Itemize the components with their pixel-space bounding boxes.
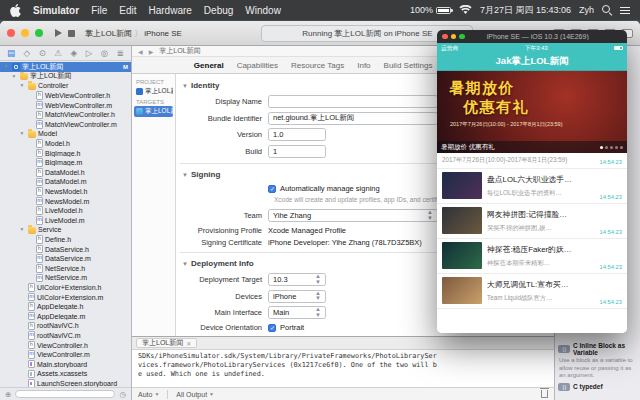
- add-icon[interactable]: ⊕: [5, 390, 11, 399]
- build-field[interactable]: 1: [268, 145, 326, 158]
- debug-navigator-icon[interactable]: ▷: [86, 48, 93, 58]
- navigator-file-row[interactable]: ViewController.m: [0, 350, 131, 360]
- navigator-file-row[interactable]: MatchViewController.m: [0, 120, 131, 130]
- settings-tab[interactable]: General: [194, 61, 224, 70]
- promo-banner[interactable]: 暑期放价 优惠有礼 2017年7月26日(10:00) - 2017年8月1日(…: [437, 71, 627, 153]
- debug-session-tab[interactable]: 掌上LOL新闻✕: [136, 338, 197, 348]
- disclosure-triangle-icon[interactable]: [19, 83, 25, 89]
- recent-files-filter-icon[interactable]: ◷: [119, 390, 126, 399]
- minimize-window-button[interactable]: [21, 29, 29, 37]
- news-list-item[interactable]: 盘点LOL六大职业选手… 每位LOL职业选手的资料… 14:54:23: [437, 169, 627, 204]
- settings-tab[interactable]: Capabilities: [237, 61, 278, 70]
- navigator-file-row[interactable]: ViewController.h: [0, 340, 131, 350]
- snippet-item[interactable]: { } C typedef: [558, 383, 637, 391]
- news-list-item[interactable]: 神探苍:稳压Faker的妖… 神探苍本期带来精彩… 14:54:23: [437, 239, 627, 274]
- version-field[interactable]: 1.0: [268, 128, 326, 141]
- navigator-file-row[interactable]: Model: [0, 129, 131, 139]
- console-scope-popup[interactable]: All Output▼: [176, 391, 214, 398]
- symbol-navigator-icon[interactable]: ◇: [24, 48, 31, 58]
- navigator-file-row[interactable]: DataModel.m: [0, 177, 131, 187]
- navigator-file-row[interactable]: DataService.m: [0, 254, 131, 264]
- clear-console-icon[interactable]: [541, 390, 548, 398]
- navigator-file-row[interactable]: DataModel.h: [0, 168, 131, 178]
- variables-scope-popup[interactable]: Auto▼: [138, 391, 159, 398]
- battery-status[interactable]: 100%: [410, 5, 451, 15]
- project-item[interactable]: 掌上LOL新闻: [134, 86, 173, 97]
- navigator-file-row[interactable]: Model.h: [0, 139, 131, 149]
- close-window-button[interactable]: [442, 34, 448, 40]
- scheme-selector[interactable]: 掌上LOL新闻〉iPhone SE: [85, 28, 182, 39]
- target-item[interactable]: 掌上LOL新闻: [134, 106, 173, 117]
- navigator-file-row[interactable]: 掌上LOL新闻 M: [0, 62, 131, 72]
- navigator-file-row[interactable]: rootNaviVC.h: [0, 321, 131, 331]
- zoom-window-button[interactable]: [35, 29, 43, 37]
- navigator-file-row[interactable]: NewsModel.h: [0, 187, 131, 197]
- settings-tab[interactable]: Resource Tags: [291, 61, 344, 70]
- navigator-file-row[interactable]: UIColor+Extension.m: [0, 292, 131, 302]
- disclosure-triangle-icon[interactable]: [19, 227, 25, 233]
- navigator-file-row[interactable]: Service: [0, 225, 131, 235]
- apple-icon[interactable]: [10, 4, 21, 17]
- navigator-file-row[interactable]: WebViewController.m: [0, 100, 131, 110]
- navigator-file-row[interactable]: WebViewController.h: [0, 91, 131, 101]
- disclosure-triangle-icon[interactable]: [19, 131, 25, 137]
- disclosure-triangle-icon[interactable]: [11, 74, 17, 80]
- stop-button[interactable]: [68, 30, 75, 37]
- navigator-file-row[interactable]: BigImage.h: [0, 148, 131, 158]
- menubar-item[interactable]: Debug: [204, 5, 233, 16]
- navigator-file-row[interactable]: Define.h: [0, 235, 131, 245]
- breakpoint-navigator-icon[interactable]: ◎: [101, 48, 108, 58]
- close-icon[interactable]: ✕: [186, 340, 191, 347]
- console-output[interactable]: SDKs/iPhoneSimulator.sdk/System/Library/…: [132, 350, 554, 387]
- settings-tab[interactable]: Build Settings: [384, 61, 433, 70]
- news-list-item[interactable]: 网友神拼图:记得撞脸… 哭笑不得的神拼图,娱… 14:54:23: [437, 204, 627, 239]
- breadcrumb[interactable]: 掌上LOL新闻: [159, 46, 200, 56]
- team-popup[interactable]: Yihe Zhang▲▼: [268, 209, 438, 222]
- issue-navigator-icon[interactable]: ⚠: [54, 48, 62, 58]
- menubar-item[interactable]: Window: [245, 5, 281, 16]
- menu-bar-user[interactable]: Zyh: [579, 5, 594, 15]
- navigator-file-row[interactable]: NetService.h: [0, 263, 131, 273]
- back-icon[interactable]: ◀: [138, 48, 143, 55]
- news-list-item[interactable]: 2017年7月26日(10:00)-2017年8月1日(23:59) 14:54…: [437, 153, 627, 169]
- navigator-file-row[interactable]: NetService.m: [0, 273, 131, 283]
- display-name-field[interactable]: [268, 95, 438, 108]
- navigator-file-row[interactable]: MatchViewController.h: [0, 110, 131, 120]
- menu-bar-clock[interactable]: 7月27日 周四 15:43:06: [480, 4, 571, 17]
- menubar-item[interactable]: Simulator: [33, 5, 79, 16]
- bundle-identifier-field[interactable]: net.glound.掌上LOL新闻: [268, 112, 438, 125]
- zoom-window-button[interactable]: [459, 34, 465, 40]
- navigator-file-row[interactable]: LiveModel.h: [0, 206, 131, 216]
- navigator-file-row[interactable]: Controller: [0, 81, 131, 91]
- devices-popup[interactable]: iPhone▲▼: [268, 290, 326, 303]
- navigator-filter-field[interactable]: [15, 390, 115, 398]
- navigator-file-row[interactable]: rootNaviVC.m: [0, 331, 131, 341]
- notification-center-icon[interactable]: [620, 6, 630, 15]
- settings-tab[interactable]: Info: [357, 61, 370, 70]
- snippet-item[interactable]: { } C Inline Block as Variable Use a blo…: [558, 342, 637, 379]
- project-navigator-icon[interactable]: ▤: [7, 48, 15, 58]
- navigator-file-row[interactable]: Main.storyboard: [0, 359, 131, 369]
- navigator-file-row[interactable]: BigImage.m: [0, 158, 131, 168]
- menubar-item[interactable]: Edit: [119, 5, 136, 16]
- navigator-file-row[interactable]: Assets.xcassets: [0, 369, 131, 379]
- run-button[interactable]: [55, 29, 62, 37]
- minimize-window-button[interactable]: [451, 34, 457, 40]
- forward-icon[interactable]: ▶: [149, 48, 154, 55]
- report-navigator-icon[interactable]: ≣: [117, 48, 124, 58]
- test-navigator-icon[interactable]: ◈: [71, 48, 78, 58]
- navigator-file-row[interactable]: NewsModel.m: [0, 196, 131, 206]
- menubar-item[interactable]: Hardware: [148, 5, 191, 16]
- menubar-item[interactable]: File: [91, 5, 107, 16]
- wifi-icon[interactable]: [459, 5, 472, 15]
- deployment-target-popup[interactable]: 10.3▲▼: [268, 273, 326, 286]
- navigator-file-row[interactable]: UIColor+Extension.h: [0, 283, 131, 293]
- auto-signing-checkbox[interactable]: [268, 185, 276, 193]
- navigator-file-row[interactable]: AppDelegate.h: [0, 302, 131, 312]
- main-interface-popup[interactable]: Main▲▼: [268, 306, 326, 319]
- navigator-file-row[interactable]: 掌上LOL新闻: [0, 72, 131, 82]
- navigator-file-row[interactable]: AppDelegate.m: [0, 311, 131, 321]
- disclosure-triangle-icon[interactable]: [3, 64, 9, 70]
- navigator-file-row[interactable]: DataService.h: [0, 244, 131, 254]
- close-window-button[interactable]: [7, 29, 15, 37]
